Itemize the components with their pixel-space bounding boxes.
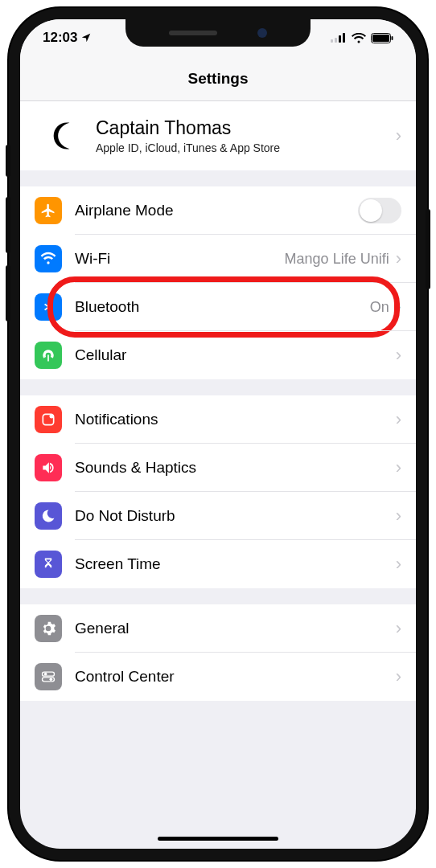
page-title: Settings — [188, 70, 249, 88]
page-header: Settings — [20, 56, 416, 101]
airplane-mode-label: Airplane Mode — [75, 202, 358, 219]
svg-point-8 — [50, 414, 54, 418]
airplane-icon — [35, 197, 62, 224]
chevron-right-icon: › — [396, 618, 401, 639]
svg-rect-9 — [43, 672, 55, 676]
sounds-row[interactable]: Sounds & Haptics › — [20, 444, 416, 492]
general-row[interactable]: General › — [20, 604, 416, 653]
chevron-right-icon: › — [396, 345, 401, 366]
location-icon — [80, 32, 92, 43]
attention-group: Notifications › Sounds & Haptics › Do No… — [20, 395, 416, 588]
screentime-label: Screen Time — [75, 555, 396, 573]
cellular-signal-icon — [331, 33, 347, 43]
notifications-row[interactable]: Notifications › — [20, 395, 416, 444]
svg-point-10 — [44, 673, 47, 676]
screen: 12:03 — [20, 19, 416, 849]
chevron-right-icon: › — [396, 248, 401, 269]
svg-point-12 — [50, 678, 53, 682]
svg-rect-0 — [331, 39, 333, 43]
airplane-mode-row[interactable]: Airplane Mode — [20, 186, 416, 235]
chevron-right-icon: › — [396, 125, 401, 146]
profile-name: Captain Thomas — [96, 117, 396, 140]
control-center-label: Control Center — [75, 668, 396, 686]
wifi-icon — [352, 33, 366, 43]
chevron-right-icon: › — [396, 457, 401, 478]
status-time: 12:03 — [43, 30, 77, 46]
toggles-icon — [35, 663, 62, 690]
profile-group: Captain Thomas Apple ID, iCloud, iTunes … — [20, 101, 416, 170]
moon-avatar-icon — [42, 118, 77, 154]
svg-rect-1 — [335, 38, 337, 43]
svg-rect-11 — [43, 678, 55, 682]
mute-switch — [6, 145, 10, 177]
volume-down-button — [6, 265, 10, 321]
hourglass-icon — [35, 551, 62, 578]
bluetooth-label: Bluetooth — [75, 298, 370, 316]
notifications-icon — [35, 406, 62, 433]
power-button — [426, 209, 430, 289]
bluetooth-icon — [35, 293, 62, 321]
avatar — [35, 111, 84, 161]
control-center-row[interactable]: Control Center › — [20, 653, 416, 701]
volume-up-button — [6, 197, 10, 253]
notifications-label: Notifications — [75, 411, 396, 428]
wifi-row[interactable]: Wi-Fi Mango Life Unifi › — [20, 235, 416, 283]
notch — [125, 19, 311, 47]
connectivity-group: Airplane Mode Wi-Fi Mango Life Unifi › B… — [20, 186, 416, 379]
dnd-row[interactable]: Do Not Disturb › — [20, 492, 416, 540]
screentime-row[interactable]: Screen Time › — [20, 540, 416, 588]
svg-rect-6 — [392, 36, 393, 40]
sounds-icon — [35, 454, 62, 481]
gear-icon — [35, 615, 62, 642]
chevron-right-icon: › — [396, 409, 401, 430]
general-group: General › Control Center › — [20, 604, 416, 701]
svg-rect-2 — [339, 35, 341, 43]
wifi-detail: Mango Life Unifi — [285, 251, 389, 268]
wifi-settings-icon — [35, 245, 62, 272]
bluetooth-row[interactable]: Bluetooth On › — [20, 283, 416, 331]
sounds-label: Sounds & Haptics — [75, 459, 396, 477]
cellular-row[interactable]: Cellular › — [20, 331, 416, 379]
chevron-right-icon: › — [396, 506, 401, 526]
apple-id-row[interactable]: Captain Thomas Apple ID, iCloud, iTunes … — [20, 101, 416, 170]
general-label: General — [75, 620, 396, 637]
cellular-icon — [35, 342, 62, 369]
svg-rect-3 — [343, 33, 345, 43]
chevron-right-icon: › — [396, 666, 401, 687]
airplane-mode-toggle[interactable] — [358, 198, 401, 223]
home-indicator[interactable] — [158, 837, 278, 841]
wifi-label: Wi-Fi — [75, 250, 285, 268]
profile-subtitle: Apple ID, iCloud, iTunes & App Store — [96, 141, 396, 154]
cellular-label: Cellular — [75, 346, 396, 364]
chevron-right-icon: › — [396, 297, 401, 317]
phone-frame: 12:03 — [9, 8, 427, 860]
dnd-label: Do Not Disturb — [75, 507, 396, 525]
battery-icon — [371, 33, 393, 43]
moon-icon — [35, 502, 62, 530]
chevron-right-icon: › — [396, 554, 401, 575]
svg-rect-5 — [372, 35, 389, 42]
bluetooth-detail: On — [370, 299, 389, 316]
